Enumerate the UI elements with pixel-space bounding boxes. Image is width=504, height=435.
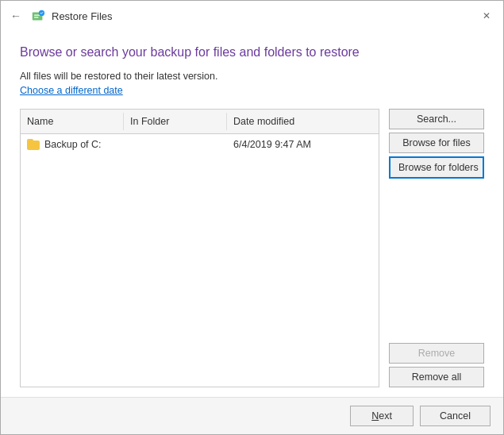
choose-date-link[interactable]: Choose a different date bbox=[20, 85, 484, 96]
search-button[interactable]: Search... bbox=[389, 109, 484, 129]
title-bar-left: ← Restore Files bbox=[7, 8, 113, 24]
file-table: Name In Folder Date modified Backup of C… bbox=[20, 109, 379, 387]
remove-button[interactable]: Remove bbox=[389, 343, 484, 364]
title-bar: ← Restore Files ✕ bbox=[1, 1, 503, 29]
window-icon bbox=[31, 9, 45, 23]
description-text: All files will be restored to their late… bbox=[20, 71, 484, 82]
header-in-folder: In Folder bbox=[124, 113, 227, 130]
header-name: Name bbox=[21, 113, 124, 130]
browse-files-button[interactable]: Browse for files bbox=[389, 133, 484, 153]
content-area: Browse or search your backup for files a… bbox=[1, 29, 503, 397]
cell-date-modified: 6/4/2019 9:47 AM bbox=[227, 137, 379, 152]
table-row[interactable]: Backup of C: 6/4/2019 9:47 AM bbox=[21, 134, 379, 155]
next-label: Next bbox=[371, 410, 392, 422]
table-body[interactable]: Backup of C: 6/4/2019 9:47 AM bbox=[21, 134, 379, 387]
back-button[interactable]: ← bbox=[7, 8, 25, 24]
cell-name: Backup of C: bbox=[21, 137, 124, 152]
cancel-button[interactable]: Cancel bbox=[420, 406, 491, 426]
row-name-text: Backup of C: bbox=[44, 139, 102, 150]
sidebar-buttons: Search... Browse for files Browse for fo… bbox=[389, 109, 484, 387]
remove-all-button[interactable]: Remove all bbox=[389, 367, 484, 387]
header-date-modified: Date modified bbox=[227, 113, 379, 130]
close-button[interactable]: ✕ bbox=[476, 6, 497, 26]
cell-in-folder bbox=[124, 142, 227, 147]
table-header: Name In Folder Date modified bbox=[21, 110, 379, 134]
footer: Next Cancel bbox=[1, 397, 503, 434]
browse-folders-button[interactable]: Browse for folders bbox=[389, 156, 484, 179]
next-button[interactable]: Next bbox=[350, 406, 414, 426]
folder-icon bbox=[27, 139, 40, 150]
sidebar-spacer bbox=[389, 182, 484, 340]
window-title: Restore Files bbox=[52, 10, 113, 22]
page-title: Browse or search your backup for files a… bbox=[20, 45, 484, 60]
main-area: Name In Folder Date modified Backup of C… bbox=[20, 109, 484, 387]
restore-files-window: ← Restore Files ✕ Browse or search your … bbox=[0, 0, 504, 435]
